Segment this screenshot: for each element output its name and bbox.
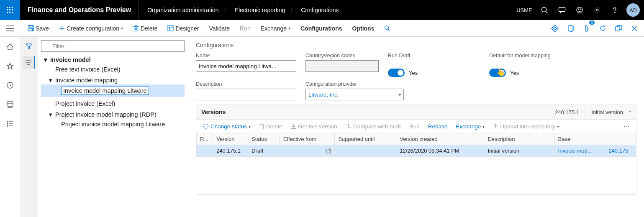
filter-funnel-button[interactable] bbox=[23, 40, 35, 53]
get-version-button[interactable]: Get this version bbox=[288, 123, 340, 130]
label-default-mapping: Default for model mapping bbox=[489, 53, 590, 59]
feedback-button[interactable] bbox=[571, 0, 588, 20]
save-button[interactable]: Save bbox=[23, 23, 53, 33]
help-button[interactable] bbox=[606, 0, 623, 20]
tree-node-imm[interactable]: ▾Invoice model mapping Invoice model map… bbox=[41, 75, 185, 98]
filter-lines-button[interactable] bbox=[23, 56, 35, 69]
designer-button[interactable]: Designer bbox=[163, 23, 203, 33]
plus-icon bbox=[59, 26, 65, 31]
designer-label: Designer bbox=[175, 25, 199, 32]
tree-node-imm-litware[interactable]: Invoice model mapping Litware bbox=[41, 84, 185, 97]
main-details-pane: Configurations Name Country/region codes… bbox=[188, 37, 644, 217]
attachments-button[interactable]: 0 bbox=[580, 21, 594, 36]
svg-rect-56 bbox=[260, 125, 263, 129]
breadcrumb-item[interactable]: Electronic reporting bbox=[235, 7, 285, 13]
popout-button[interactable] bbox=[611, 21, 626, 36]
version-exchange-button[interactable]: Exchange ▾ bbox=[453, 123, 487, 130]
calendar-icon[interactable] bbox=[326, 148, 331, 153]
input-name[interactable] bbox=[196, 60, 296, 72]
app-title: Finance and Operations Preview bbox=[20, 0, 139, 20]
version-delete-button[interactable]: Delete bbox=[257, 123, 285, 130]
version-more-button[interactable]: ⋯ bbox=[621, 122, 632, 130]
nav-favorites-button[interactable] bbox=[3, 59, 18, 74]
cell-base-name[interactable]: Invoice mod... bbox=[554, 145, 605, 157]
tree-node-project-rdp[interactable]: ▾Project invoice model mapping (RDP) Pro… bbox=[41, 109, 185, 131]
col-version[interactable]: Version bbox=[213, 133, 248, 145]
dropdown-provider[interactable]: Litware, Inc. ▾ bbox=[305, 89, 404, 100]
exchange-label: Exchange bbox=[261, 25, 287, 32]
nav-workspaces-button[interactable] bbox=[3, 97, 18, 112]
col-status[interactable]: Status bbox=[248, 133, 280, 145]
form-row-2: Description Configuration provider Litwa… bbox=[196, 81, 636, 100]
col-supported[interactable]: Supported until bbox=[335, 133, 396, 145]
nav-home-button[interactable] bbox=[3, 39, 18, 54]
compare-draft-button[interactable]: Compare with draft bbox=[343, 123, 403, 130]
waffle-icon bbox=[7, 7, 13, 13]
grid-row[interactable]: 240.175.1 Draft 12/26/2020 09:34:41 PM I… bbox=[197, 145, 636, 157]
input-description[interactable] bbox=[196, 89, 296, 100]
version-run-button[interactable]: Run bbox=[407, 123, 422, 130]
change-status-button[interactable]: Change status ▾ bbox=[200, 123, 253, 130]
search-button[interactable] bbox=[536, 0, 553, 20]
input-country[interactable] bbox=[305, 60, 379, 72]
tree-filter-input[interactable] bbox=[41, 40, 185, 52]
collapse-icon: ▾ bbox=[48, 77, 54, 84]
tree-node-label: Invoice model bbox=[50, 56, 91, 63]
attachment-icon bbox=[583, 25, 590, 32]
col-r[interactable]: R... bbox=[197, 133, 213, 145]
svg-rect-5 bbox=[12, 9, 13, 10]
tree-node-project-excel[interactable]: Project invoice (Excel) bbox=[41, 98, 185, 109]
configurations-button[interactable]: Configurations bbox=[296, 23, 346, 33]
col-created[interactable]: Version created bbox=[396, 133, 484, 145]
col-description[interactable]: Description bbox=[484, 133, 554, 145]
nav-expand-button[interactable] bbox=[0, 20, 20, 36]
run-button[interactable]: Run bbox=[236, 23, 255, 33]
chevron-up-icon[interactable]: ˄ bbox=[629, 110, 631, 115]
breadcrumb-item[interactable]: Organization administration bbox=[147, 7, 218, 13]
company-picker[interactable]: USMF bbox=[513, 7, 535, 13]
nav-recent-button[interactable] bbox=[3, 78, 18, 93]
diamond-icon bbox=[551, 25, 559, 32]
tree-node-project-rdp-litware[interactable]: Project invoice model mapping Litware bbox=[41, 119, 185, 130]
version-delete-label: Delete bbox=[266, 123, 282, 130]
refresh-button[interactable] bbox=[595, 21, 610, 36]
collapse-icon: ▾ bbox=[43, 56, 49, 63]
toggle-run-draft[interactable] bbox=[388, 69, 405, 77]
versions-title: Versions bbox=[201, 109, 226, 115]
versions-header[interactable]: Versions 240.175.1 Initial version ˄ bbox=[196, 105, 636, 120]
tree-node-root[interactable]: ▾Invoice model Free text invoice (Excel)… bbox=[41, 54, 185, 132]
tree-node-label: Project invoice model mapping (RDP) bbox=[55, 111, 157, 118]
tree-node-free-text[interactable]: Free text invoice (Excel) bbox=[41, 64, 185, 75]
page-search-button[interactable] bbox=[380, 23, 395, 33]
exchange-button[interactable]: Exchange ▾ bbox=[257, 23, 295, 33]
user-avatar[interactable]: AD bbox=[626, 3, 640, 17]
col-base-ver[interactable] bbox=[605, 133, 636, 145]
col-base[interactable]: Base bbox=[554, 133, 605, 145]
messages-button[interactable] bbox=[554, 0, 570, 20]
rebase-button[interactable]: Rebase bbox=[426, 123, 450, 130]
field-description: Description bbox=[196, 81, 296, 100]
cursor-hand-icon: 👆 bbox=[496, 68, 505, 77]
versions-grid: R... Version Status Effective from Suppo… bbox=[196, 133, 636, 195]
breadcrumb-item[interactable]: Configurations bbox=[301, 7, 339, 13]
toggle-run-draft-value: Yes bbox=[409, 70, 418, 76]
create-configuration-button[interactable]: Create configuration ▾ bbox=[55, 23, 127, 33]
col-effective[interactable]: Effective from bbox=[280, 133, 334, 145]
svg-rect-22 bbox=[29, 28, 33, 31]
global-params-button[interactable] bbox=[548, 21, 562, 36]
options-button[interactable]: Options bbox=[348, 23, 379, 33]
upload-repo-button[interactable]: Upload into repository ▾ bbox=[490, 123, 561, 130]
delete-button[interactable]: Delete bbox=[129, 23, 162, 33]
label-description: Description bbox=[196, 81, 296, 87]
office-button[interactable] bbox=[564, 21, 578, 36]
label-provider: Configuration provider bbox=[305, 81, 404, 87]
cell-base-ver[interactable]: 240.175 bbox=[605, 145, 636, 157]
cell-effective[interactable] bbox=[280, 145, 334, 157]
settings-button[interactable] bbox=[589, 0, 606, 20]
app-launcher-button[interactable] bbox=[0, 0, 20, 20]
workspace-icon bbox=[6, 101, 14, 108]
validate-label: Validate bbox=[209, 25, 230, 32]
nav-modules-button[interactable] bbox=[3, 116, 18, 131]
close-button[interactable] bbox=[627, 21, 641, 36]
validate-button[interactable]: Validate bbox=[205, 23, 234, 33]
